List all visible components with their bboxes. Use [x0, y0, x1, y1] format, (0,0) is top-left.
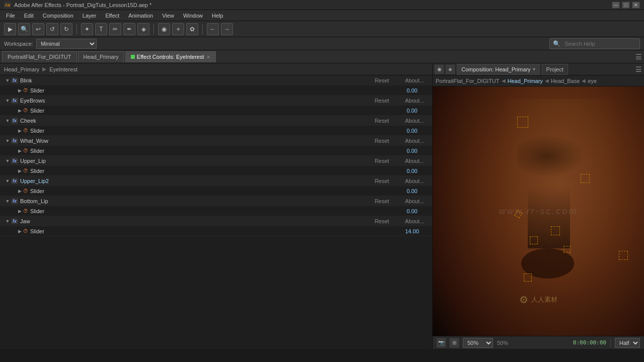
reset-button[interactable]: Reset	[367, 218, 397, 224]
slider-value[interactable]: 0.00	[392, 148, 432, 154]
expand-icon[interactable]: ▼	[4, 177, 11, 185]
reset-button[interactable]: Reset	[367, 98, 397, 104]
about-button[interactable]: About...	[397, 138, 432, 144]
tool-light[interactable]: ✿	[186, 23, 198, 35]
about-button[interactable]: About...	[397, 158, 432, 164]
tab-composition[interactable]: Composition: Head_Primary ▾	[457, 64, 540, 75]
about-button[interactable]: About...	[397, 98, 432, 104]
expand-child-icon[interactable]: ▶	[16, 127, 23, 134]
about-button[interactable]: About...	[397, 118, 432, 124]
reset-button[interactable]: Reset	[367, 77, 397, 83]
bc-headprimary[interactable]: Head_Primary	[508, 78, 543, 84]
effect-row-bottom_lip[interactable]: ▼ fx Bottom_Lip Reset About...	[0, 196, 432, 206]
slider-value[interactable]: 0.00	[392, 108, 432, 114]
about-button[interactable]: About...	[397, 77, 432, 83]
snapshot-icon[interactable]: 📷	[437, 338, 446, 347]
about-button[interactable]: About...	[397, 178, 432, 184]
right-panel-menu-icon[interactable]: ☰	[635, 65, 642, 73]
reset-button[interactable]: Reset	[367, 178, 397, 184]
tool-text[interactable]: T	[95, 23, 107, 35]
expand-child-icon[interactable]: ▶	[16, 228, 23, 235]
slider-value[interactable]: 0.00	[392, 87, 432, 94]
zoom-selector[interactable]: 50%	[463, 338, 493, 348]
tab-headprimary[interactable]: Head_Primary	[78, 51, 124, 62]
effect-row-jaw[interactable]: ▼ fx Jaw Reset About...	[0, 216, 432, 226]
menu-layer[interactable]: Layer	[78, 12, 101, 20]
slider-row-bottom_lip[interactable]: ▶ ⏱ Slider 0.00	[0, 206, 432, 216]
slider-row-blink[interactable]: ▶ ⏱ Slider 0.00	[0, 85, 432, 96]
menu-window[interactable]: Window	[179, 12, 207, 20]
tool-camera[interactable]: ⌖	[172, 23, 184, 35]
slider-row-upper_lip2[interactable]: ▶ ⏱ Slider 0.00	[0, 186, 432, 196]
slider-row-cheek[interactable]: ▶ ⏱ Slider 0.00	[0, 126, 432, 136]
menu-animation[interactable]: Animation	[124, 12, 157, 20]
tab-effectcontrols[interactable]: Effect Controls: EyeInterest ✕	[125, 51, 216, 62]
tool-next[interactable]: →	[221, 23, 233, 35]
expand-child-icon[interactable]: ▶	[16, 87, 23, 94]
tool-zoom[interactable]: 🔍	[18, 23, 30, 35]
expand-icon[interactable]: ▼	[4, 198, 11, 205]
slider-row-eyebrows[interactable]: ▶ ⏱ Slider 0.00	[0, 106, 432, 116]
reset-button[interactable]: Reset	[367, 118, 397, 124]
tool-brush[interactable]: ✏	[109, 23, 121, 35]
maximize-button[interactable]: □	[622, 2, 630, 9]
effect-row-upper_lip[interactable]: ▼ fx Upper_Lip Reset About...	[0, 156, 432, 166]
expand-child-icon[interactable]: ▶	[16, 188, 23, 195]
expand-child-icon[interactable]: ▶	[16, 147, 23, 154]
tool-shape[interactable]: ◉	[158, 23, 170, 35]
tool-prev[interactable]: ←	[207, 23, 219, 35]
expand-icon[interactable]: ▼	[4, 218, 11, 225]
slider-row-upper_lip[interactable]: ▶ ⏱ Slider 0.00	[0, 166, 432, 176]
tab-composition-close[interactable]: ▾	[533, 66, 535, 72]
search-input[interactable]	[562, 40, 636, 47]
slider-value[interactable]: 0.00	[392, 208, 432, 214]
expand-icon[interactable]: ▼	[4, 117, 11, 124]
panel-menu-icon[interactable]: ☰	[635, 53, 642, 61]
quality-selector[interactable]: Half	[615, 338, 640, 348]
menu-file[interactable]: File	[2, 12, 19, 20]
effect-row-upper_lip2[interactable]: ▼ fx Upper_Lip2 Reset About...	[0, 176, 432, 186]
slider-row-jaw[interactable]: ▶ ⏱ Slider 14.00	[0, 226, 432, 236]
tool-pen[interactable]: ✦	[81, 23, 93, 35]
expand-child-icon[interactable]: ▶	[16, 208, 23, 215]
tool-clone[interactable]: ✒	[123, 23, 135, 35]
expand-icon[interactable]: ▼	[4, 97, 11, 104]
menu-view[interactable]: View	[158, 12, 178, 20]
tab-close-icon[interactable]: ✕	[206, 54, 210, 60]
expand-icon[interactable]: ▼	[4, 157, 11, 164]
slider-value[interactable]: 0.00	[392, 168, 432, 174]
slider-value[interactable]: 0.00	[392, 188, 432, 194]
tool-eraser[interactable]: ◈	[137, 23, 149, 35]
window-controls[interactable]: — □ ✕	[612, 2, 640, 9]
minimize-button[interactable]: —	[612, 2, 620, 9]
effect-row-blink[interactable]: ▼ fx Blink Reset About...	[0, 75, 432, 85]
reset-button[interactable]: Reset	[367, 138, 397, 144]
effect-row-what_wow[interactable]: ▼ fx What_Wow Reset About...	[0, 136, 432, 146]
slider-value[interactable]: 0.00	[392, 128, 432, 134]
about-button[interactable]: About...	[397, 218, 432, 224]
reset-button[interactable]: Reset	[367, 158, 397, 164]
tool-undo[interactable]: ↺	[46, 23, 58, 35]
menu-edit[interactable]: Edit	[20, 12, 38, 20]
tab-project[interactable]: Project	[542, 64, 568, 75]
close-button[interactable]: ✕	[632, 2, 640, 9]
tool-redo[interactable]: ↻	[60, 23, 72, 35]
workspace-selector[interactable]: Minimal	[36, 39, 97, 49]
menu-composition[interactable]: Composition	[39, 12, 77, 20]
tool-select[interactable]: ▶	[4, 23, 16, 35]
expand-child-icon[interactable]: ▶	[16, 167, 23, 174]
search-box[interactable]: 🔍	[549, 38, 640, 49]
effect-row-cheek[interactable]: ▼ fx Cheek Reset About...	[0, 116, 432, 126]
grid-icon[interactable]: ⊞	[450, 338, 459, 347]
expand-icon[interactable]: ▼	[4, 77, 11, 84]
panel-icon-btn2[interactable]: ◈	[446, 65, 455, 74]
tab-portraitflat[interactable]: PortraitFlat_For_DIGITUT	[2, 51, 77, 62]
about-button[interactable]: About...	[397, 198, 432, 204]
slider-row-what_wow[interactable]: ▶ ⏱ Slider 0.00	[0, 146, 432, 156]
menu-effect[interactable]: Effect	[101, 12, 123, 20]
panel-icon-btn[interactable]: ◉	[435, 65, 444, 74]
effect-row-eyebrows[interactable]: ▼ fx EyeBrows Reset About...	[0, 96, 432, 106]
expand-icon[interactable]: ▼	[4, 137, 11, 144]
slider-value[interactable]: 14.00	[392, 228, 432, 234]
reset-button[interactable]: Reset	[367, 198, 397, 204]
